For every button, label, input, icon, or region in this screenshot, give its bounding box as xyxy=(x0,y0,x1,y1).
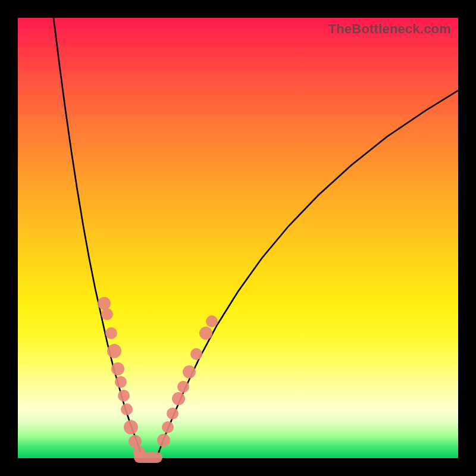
curve-marker xyxy=(162,421,174,433)
curve-marker xyxy=(98,297,111,310)
curve-marker xyxy=(199,327,212,340)
markers-right xyxy=(157,315,218,447)
curve-marker xyxy=(183,365,196,378)
markers-left xyxy=(98,297,145,458)
curve-marker xyxy=(157,434,170,447)
chart-svg xyxy=(18,18,458,458)
curve-marker xyxy=(206,315,218,327)
curve-marker xyxy=(124,420,138,434)
bottom-pill-marker xyxy=(134,452,162,463)
left-curve xyxy=(54,18,142,455)
curve-marker xyxy=(190,348,202,360)
right-curve xyxy=(158,90,458,455)
curve-marker xyxy=(115,376,127,388)
curve-marker xyxy=(177,381,189,393)
plot-area: TheBottleneck.com xyxy=(18,18,458,458)
curve-marker xyxy=(118,390,130,402)
curve-marker xyxy=(129,435,142,448)
curve-marker xyxy=(105,327,117,339)
curve-marker xyxy=(111,362,124,375)
curve-marker xyxy=(172,392,185,405)
curve-marker xyxy=(121,403,133,415)
curve-marker xyxy=(107,344,121,358)
curve-marker xyxy=(167,408,178,419)
curve-marker xyxy=(101,308,113,320)
